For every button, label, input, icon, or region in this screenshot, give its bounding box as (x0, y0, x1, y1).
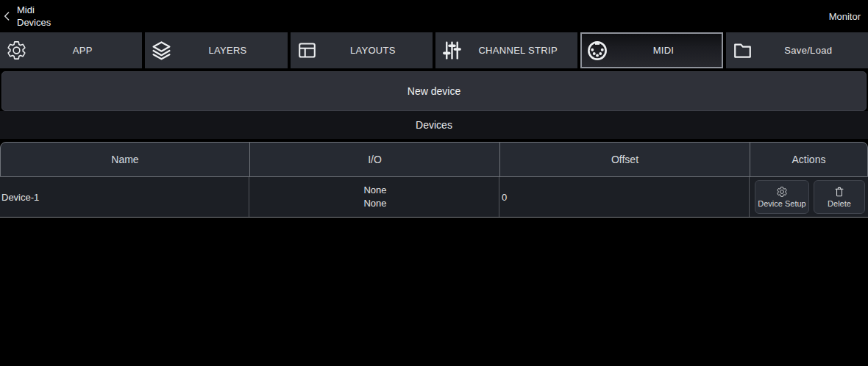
column-header-actions: Actions (750, 143, 867, 176)
page-title-line1: Midi (17, 4, 51, 16)
page-title: Midi Devices (17, 4, 51, 29)
device-io-input: None (363, 184, 386, 197)
device-setup-button-label: Device Setup (753, 199, 810, 208)
column-header-offset: Offset (500, 143, 750, 176)
devices-table-header: Name I/O Offset Actions (0, 142, 868, 177)
tab-save-load-label: Save/Load (753, 45, 867, 56)
tab-app-label: APP (27, 45, 140, 56)
gear-icon (6, 40, 27, 61)
device-table-row: Device-1 None None 0 Device Setup Delete (0, 177, 868, 218)
midi-din-icon (586, 40, 608, 62)
tab-layouts[interactable]: LAYOUTS (291, 32, 433, 68)
device-actions-cell: Device Setup Delete (750, 177, 868, 217)
tab-midi[interactable]: MIDI (580, 32, 722, 68)
tab-layers[interactable]: LAYERS (145, 32, 287, 68)
column-header-io: I/O (250, 143, 500, 176)
device-setup-button[interactable]: Device Setup (755, 180, 809, 214)
layers-icon (151, 40, 172, 61)
tab-app[interactable]: APP (0, 32, 142, 68)
trash-icon (833, 186, 845, 198)
tab-midi-label: MIDI (608, 45, 721, 56)
delete-device-button-label: Delete (823, 199, 855, 208)
tab-layouts-label: LAYOUTS (318, 45, 431, 56)
device-io-output: None (363, 197, 386, 210)
top-bar: Midi Devices Monitor (0, 0, 868, 32)
device-io-cell[interactable]: None None (249, 177, 499, 217)
tab-layers-label: LAYERS (172, 45, 285, 56)
column-header-name: Name (1, 143, 250, 176)
midi-devices-panel: New device Devices Name I/O Offset Actio… (0, 71, 868, 218)
layout-icon (296, 40, 318, 61)
device-offset-cell[interactable]: 0 (499, 177, 750, 217)
tab-channel-strip-label: CHANNEL STRIP (463, 45, 576, 56)
faders-icon (441, 40, 463, 61)
folder-icon (732, 40, 753, 61)
tab-save-load[interactable]: Save/Load (726, 32, 868, 68)
monitor-button[interactable]: Monitor (829, 11, 861, 22)
chevron-left-icon (1, 10, 13, 23)
delete-device-button[interactable]: Delete (814, 180, 865, 214)
back-button[interactable] (0, 3, 15, 29)
tab-channel-strip[interactable]: CHANNEL STRIP (435, 32, 577, 68)
tab-bar: APP LAYERS LAYOUTS CHANNEL STRIP MIDI Sa… (0, 32, 868, 68)
new-device-button[interactable]: New device (1, 71, 867, 111)
page-title-line2: Devices (17, 16, 51, 29)
device-name-cell[interactable]: Device-1 (0, 177, 249, 217)
devices-section-header: Devices (0, 111, 868, 139)
gear-icon (776, 186, 788, 198)
